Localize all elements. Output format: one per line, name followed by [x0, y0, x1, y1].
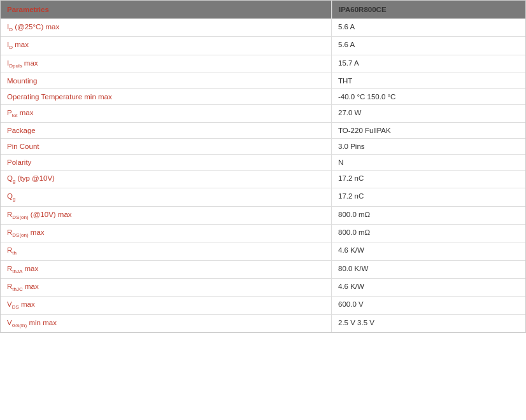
param-cell: RthJC max	[1, 279, 332, 296]
value-cell: 17.2 nC	[332, 188, 525, 206]
param-cell: Operating Temperature min max	[1, 89, 332, 104]
table-row: RthJC max4.6 K/W	[1, 278, 525, 296]
param-cell: Mounting	[1, 73, 332, 88]
table-row: IDpuls max15.7 A	[1, 55, 525, 73]
value-cell: N	[332, 155, 525, 170]
table-row: MountingTHT	[1, 73, 525, 88]
value-cell: 2.5 V 3.5 V	[332, 315, 525, 332]
value-cell: 80.0 K/W	[332, 261, 525, 278]
table-header: Parametrics IPA60R800CE	[1, 1, 525, 18]
param-cell: Polarity	[1, 155, 332, 170]
param-cell: Rth	[1, 242, 332, 260]
table-row: ID (@25°C) max5.6 A	[1, 18, 525, 36]
value-cell: 27.0 W	[332, 105, 525, 122]
value-cell: 600.0 V	[332, 297, 525, 314]
table-row: Operating Temperature min max-40.0 °C 15…	[1, 88, 525, 104]
value-cell: 800.0 mΩ	[332, 207, 525, 224]
param-cell: Ptot max	[1, 105, 332, 122]
value-cell: 5.6 A	[332, 37, 525, 54]
table-row: Qg (typ @10V)17.2 nC	[1, 170, 525, 188]
param-cell: RthJA max	[1, 261, 332, 278]
table-row: RDS(on) max800.0 mΩ	[1, 224, 525, 242]
param-cell: VGS(th) min max	[1, 315, 332, 332]
param-cell: IDpuls max	[1, 55, 332, 73]
table-row: Qg17.2 nC	[1, 188, 525, 206]
param-cell: ID (@25°C) max	[1, 19, 332, 36]
table-row: PolarityN	[1, 154, 525, 170]
value-cell: 4.6 K/W	[332, 279, 525, 296]
table-row: RthJA max80.0 K/W	[1, 260, 525, 278]
param-cell: Qg (typ @10V)	[1, 171, 332, 188]
param-cell: ID max	[1, 37, 332, 54]
table-row: VDS max600.0 V	[1, 296, 525, 314]
param-cell: Qg	[1, 188, 332, 206]
value-cell: THT	[332, 73, 525, 88]
param-cell: VDS max	[1, 297, 332, 314]
header-parametrics: Parametrics	[1, 1, 332, 18]
table-row: PackageTO-220 FullPAK	[1, 122, 525, 138]
table-row: Ptot max27.0 W	[1, 104, 525, 122]
table-row: ID max5.6 A	[1, 36, 525, 54]
value-cell: TO-220 FullPAK	[332, 123, 525, 138]
table-row: Rth4.6 K/W	[1, 242, 525, 260]
value-cell: 5.6 A	[332, 19, 525, 36]
param-cell: RDS(on) (@10V) max	[1, 207, 332, 224]
table-row: VGS(th) min max2.5 V 3.5 V	[1, 314, 525, 332]
value-cell: 15.7 A	[332, 55, 525, 73]
param-cell: RDS(on) max	[1, 225, 332, 242]
param-cell: Package	[1, 123, 332, 138]
value-cell: 17.2 nC	[332, 171, 525, 188]
table-body: ID (@25°C) max5.6 AID max5.6 AIDpuls max…	[1, 18, 525, 332]
value-cell: 4.6 K/W	[332, 242, 525, 260]
param-cell: Pin Count	[1, 139, 332, 154]
value-cell: 3.0 Pins	[332, 139, 525, 154]
value-cell: 800.0 mΩ	[332, 225, 525, 242]
header-part-number: IPA60R800CE	[332, 1, 525, 18]
table-row: Pin Count3.0 Pins	[1, 138, 525, 154]
value-cell: -40.0 °C 150.0 °C	[332, 89, 525, 104]
table-row: RDS(on) (@10V) max800.0 mΩ	[1, 206, 525, 224]
parametrics-table: Parametrics IPA60R800CE ID (@25°C) max5.…	[0, 0, 526, 333]
